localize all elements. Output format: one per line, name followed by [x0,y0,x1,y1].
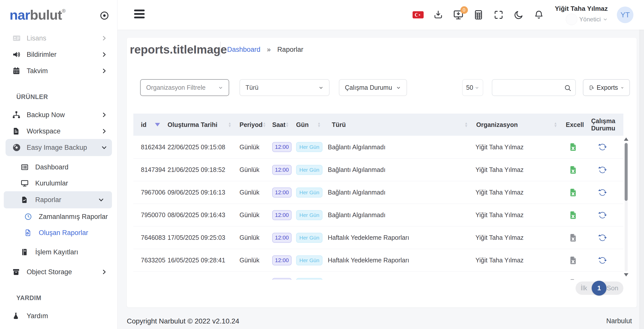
chevron-down-icon [603,17,608,22]
sidebar-item-easy-image-backup[interactable]: Easy Image Backup [0,139,117,156]
scroll-down-arrow[interactable] [624,273,628,276]
column-header-id[interactable]: id [133,114,166,136]
calculator-icon[interactable] [473,9,484,20]
hamburger-menu-icon[interactable] [134,10,145,20]
report-file-icon [24,228,33,237]
chevron-down-icon [98,197,104,203]
excel-file-icon[interactable] [569,278,578,280]
exports-button[interactable]: Exports [583,79,630,96]
excel-file-icon[interactable] [569,255,578,265]
refresh-icon[interactable] [598,188,607,197]
excel-file-icon[interactable] [569,210,578,220]
refresh-icon[interactable] [598,279,607,280]
column-header-time[interactable]: Saat ▲▼ [269,114,293,136]
sidebar-item-lisans[interactable]: Lisans [0,30,117,46]
sidebar-item-islem-kayitlari[interactable]: İşlem Kayıtları [0,244,117,260]
time-badge: 12:00 [272,165,292,175]
refresh-icon[interactable] [598,166,607,174]
column-header-period[interactable]: Periyod ▲▼ [236,114,269,136]
pagination-last[interactable]: Son [607,284,618,292]
agent-download-badge: 0 [460,6,468,14]
scroll-up-arrow[interactable] [624,137,628,141]
refresh-icon[interactable] [598,233,607,242]
content-card: reports.titleImage Dashboard » Raporlar … [127,38,637,307]
cell-status [584,211,621,219]
table-row: 7646083 17/05/2025 09:25:03 Günlük 12:00… [133,226,623,249]
excel-file-icon[interactable] [569,233,578,243]
column-header-excel: Excell [562,114,584,136]
pagination-first[interactable]: İlk [581,284,587,292]
pagination-current-page[interactable]: 1 [592,281,607,296]
cell-time: 12:00 [269,210,293,220]
column-header-day[interactable]: Gün ▲▼ [293,114,326,136]
table-scrollbar [624,137,628,276]
document-icon [12,127,21,136]
day-badge: Her Gün [296,255,323,265]
chevron-right-icon [101,35,107,41]
sidebar-item-object-storage[interactable]: Object Storage [0,264,117,280]
language-flag-icon[interactable] [413,9,424,20]
download-icon[interactable] [433,9,444,20]
cell-organization: Yiğit Taha Yılmaz [473,234,562,241]
search-box [492,79,576,96]
sidebar-item-backup-now[interactable]: Backup Now [0,107,117,123]
sidebar-item-olusan-raporlar[interactable]: Oluşan Raporlar [0,224,117,241]
cell-organization: Yiğit Taha Yılmaz [473,166,562,173]
cell-excel [562,187,584,198]
calendar-icon [12,66,21,75]
sidebar-item-label: İşlem Kayıtları [35,248,78,256]
column-header-created[interactable]: Oluşturma Tarihi ▲▼ [166,114,236,136]
avatar[interactable]: YT [617,7,633,23]
excel-file-icon[interactable] [569,165,578,175]
time-badge: 12:00 [272,210,292,220]
refresh-icon[interactable] [598,211,607,219]
sidebar-pin-toggle-icon[interactable] [99,11,109,21]
excel-file-icon[interactable] [569,142,578,152]
sort-icon: ▲▼ [228,122,231,127]
search-input[interactable] [492,80,575,96]
id-card-icon [12,34,21,43]
cell-day: Her Gün [293,278,326,280]
sidebar-item-kurulumlar[interactable]: Kurulumlar [0,175,117,192]
excel-file-icon[interactable] [569,187,578,198]
refresh-icon[interactable] [598,143,607,151]
cell-day: Her Gün [293,142,326,152]
cell-excel [562,165,584,175]
cell-period: Günlük [236,257,269,264]
sort-icon: ▲▼ [317,122,321,127]
user-menu[interactable]: Yiğit Taha Yılmaz Yönetici [555,5,608,25]
cell-excel [562,278,584,280]
table-row: 7967006 09/06/2025 09:16:13 Günlük 12:00… [133,181,623,204]
sidebar-item-label: Dashboard [35,163,68,171]
sidebar-item-raporlar[interactable]: Raporlar [0,192,117,208]
page-size-dropdown[interactable]: 50 [462,79,483,96]
page-scrollbar[interactable] [639,30,644,329]
breadcrumb-dashboard-link[interactable]: Dashboard [227,46,260,54]
column-header-type[interactable]: Türü ▲▼ [326,114,473,136]
organization-filter-dropdown[interactable]: Organizasyon Filtrele [140,79,229,96]
cell-created: 09/06/2025 09:16:13 [166,189,236,196]
breadcrumb: Dashboard » Raporlar [227,46,303,54]
cell-type: Bağlantı Algılanmadı [326,211,473,219]
sidebar-item-zamanlanmis-raporlar[interactable]: Zamanlanmış Raporlar [0,208,117,225]
type-filter-dropdown[interactable]: Türü [239,79,330,96]
sort-icon: ▲▼ [286,122,289,127]
cell-time: 12:00 [269,233,293,243]
status-filter-dropdown[interactable]: Çalışma Durumu [339,79,407,96]
table-body: 8162434 22/06/2025 09:15:08 Günlük 12:00… [133,136,623,280]
cell-type: Haftalık Yedekleme Raporları [326,257,473,264]
column-header-organization[interactable]: Organizasyon ▲▼ [473,114,562,136]
sidebar-item-bildirimler[interactable]: Bildirimler [0,46,117,63]
sidebar-item-yardim[interactable]: Yardım [0,308,117,324]
cell-time: 12:00 [269,187,293,198]
sidebar-item-dashboard[interactable]: Dashboard [0,159,117,175]
dark-mode-moon-icon[interactable] [513,9,524,20]
sidebar-item-workspace[interactable]: Workspace [0,123,117,139]
refresh-icon[interactable] [598,256,607,265]
fullscreen-icon[interactable] [493,9,504,20]
scrollbar-thumb[interactable] [625,143,628,201]
book-icon [21,248,30,257]
notifications-bell-icon[interactable] [533,9,544,20]
agent-download-icon[interactable]: 0 [453,9,464,20]
sidebar-item-takvim[interactable]: Takvim [0,63,117,79]
